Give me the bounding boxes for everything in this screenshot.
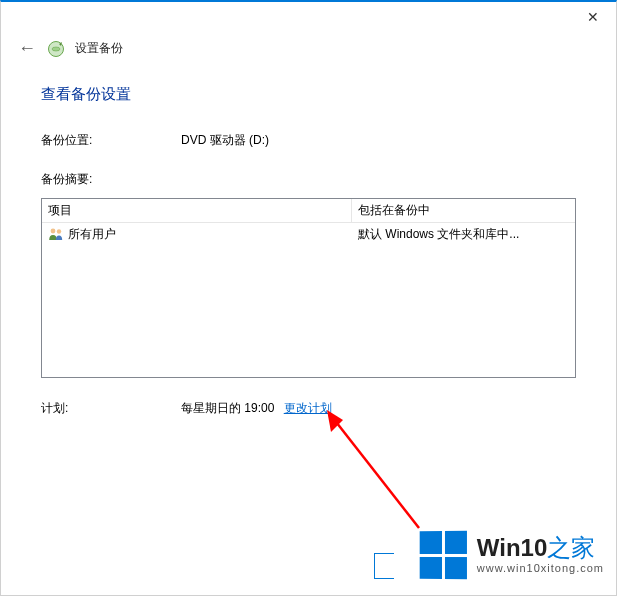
users-icon — [48, 227, 64, 241]
titlebar: ✕ — [1, 2, 616, 32]
summary-row: 备份摘要: — [41, 171, 576, 188]
row-included: 默认 Windows 文件夹和库中... — [352, 224, 575, 245]
location-row: 备份位置: DVD 驱动器 (D:) — [41, 132, 576, 149]
svg-point-2 — [57, 229, 61, 233]
col-item[interactable]: 项目 — [42, 199, 352, 223]
header-title: 设置备份 — [75, 40, 123, 57]
schedule-value: 每星期日的 19:00 — [181, 401, 274, 415]
back-button[interactable]: ← — [17, 38, 37, 59]
svg-point-1 — [51, 229, 56, 234]
header: ← 设置备份 — [1, 32, 616, 67]
summary-label: 备份摘要: — [41, 171, 181, 188]
schedule-row: 计划: 每星期日的 19:00 更改计划 — [41, 400, 576, 417]
summary-table: 项目 包括在备份中 所有用户 默认 Windows 文件夹和库中. — [41, 198, 576, 378]
windows-logo-icon — [419, 531, 466, 580]
change-schedule-link[interactable]: 更改计划 — [284, 401, 332, 415]
dialog-button-edge[interactable] — [374, 553, 394, 579]
table-body: 所有用户 默认 Windows 文件夹和库中... — [42, 223, 575, 245]
schedule-label: 计划: — [41, 400, 181, 417]
table-row[interactable]: 所有用户 默认 Windows 文件夹和库中... — [42, 223, 575, 245]
watermark-url: www.win10xitong.com — [477, 562, 604, 574]
table-header: 项目 包括在备份中 — [42, 199, 575, 223]
location-label: 备份位置: — [41, 132, 181, 149]
svg-line-3 — [333, 418, 419, 528]
backup-icon — [47, 40, 65, 58]
annotation-arrow — [321, 410, 441, 550]
watermark: Win10之家 www.win10xitong.com — [419, 531, 604, 579]
watermark-brand: Win10之家 — [477, 536, 604, 560]
location-value: DVD 驱动器 (D:) — [181, 132, 576, 149]
row-item: 所有用户 — [68, 226, 116, 243]
content: 查看备份设置 备份位置: DVD 驱动器 (D:) 备份摘要: 项目 包括在备份… — [1, 67, 616, 417]
col-included[interactable]: 包括在备份中 — [352, 199, 575, 223]
close-button[interactable]: ✕ — [570, 2, 616, 32]
page-title: 查看备份设置 — [41, 85, 576, 104]
